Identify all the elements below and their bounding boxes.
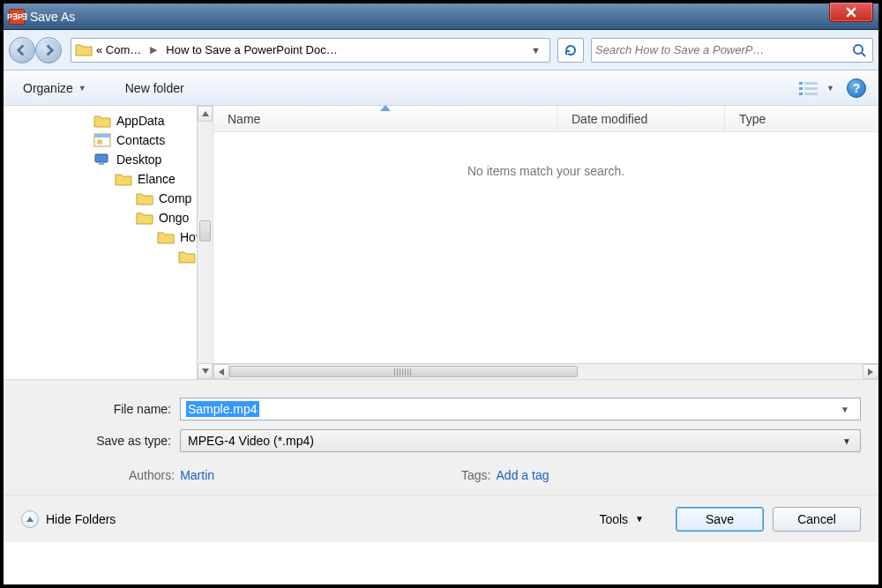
column-date[interactable]: Date modified: [557, 106, 725, 131]
folder-icon: [93, 133, 111, 147]
hide-folders-label: Hide Folders: [46, 512, 116, 526]
grip-icon: [394, 368, 412, 376]
svg-point-0: [854, 45, 863, 54]
chevron-up-icon: [202, 111, 209, 116]
chevron-down-icon: ▼: [841, 436, 853, 446]
authors-value[interactable]: Martin: [180, 468, 214, 482]
svg-point-9: [97, 139, 102, 145]
tags-value[interactable]: Add a tag: [497, 468, 549, 482]
address-bar[interactable]: « Com… ▶ How to Save a PowerPoint Doc… ▼: [71, 38, 550, 63]
toolbar: Organize ▼ New folder ▼ ?: [4, 71, 878, 106]
tree-item[interactable]: Comp: [4, 189, 213, 208]
svg-rect-4: [804, 87, 818, 90]
svg-rect-8: [94, 134, 110, 138]
column-name[interactable]: Name: [213, 106, 557, 131]
breadcrumb-segment[interactable]: « Com…: [93, 39, 145, 62]
tree-scrollbar[interactable]: [197, 106, 213, 379]
search-box[interactable]: [591, 38, 873, 63]
organize-button[interactable]: Organize ▼: [16, 78, 93, 99]
save-button[interactable]: Save: [676, 507, 764, 532]
filename-value: Sample.mp4: [186, 401, 259, 417]
save-as-dialog: P∃ Save As « Com… ▶ How to Save a PowerP…: [0, 0, 882, 588]
folder-icon: [136, 191, 153, 205]
breadcrumb-segment[interactable]: How to Save a PowerPoint Doc…: [162, 39, 340, 62]
file-list-pane: Name Date modified Type No items match y…: [213, 106, 878, 379]
savetype-select[interactable]: MPEG-4 Video (*.mp4) ▼: [180, 429, 861, 452]
refresh-icon: [564, 43, 578, 57]
empty-message: No items match your search.: [213, 132, 878, 363]
savetype-label: Save as type:: [21, 434, 180, 448]
tree-item[interactable]: Hov: [4, 227, 213, 247]
titlebar[interactable]: P∃ Save As: [4, 4, 878, 30]
hide-folders-button[interactable]: Hide Folders: [21, 510, 116, 528]
chevron-down-icon: ▼: [826, 84, 834, 93]
close-icon: [846, 7, 856, 18]
view-icon: [798, 80, 819, 96]
forward-button[interactable]: [35, 37, 62, 63]
window-title: Save As: [30, 10, 75, 24]
chevron-down-icon: ▼: [78, 84, 86, 93]
svg-rect-11: [99, 163, 104, 165]
sort-indicator-icon: [380, 105, 391, 111]
arrow-right-icon: [42, 44, 55, 56]
tree-item-label: Ongo: [159, 211, 189, 225]
save-form: File name: Sample.mp4 ▼ Save as type: MP…: [4, 379, 878, 495]
new-folder-label: New folder: [125, 81, 184, 95]
tree-item-label: Desktop: [116, 153, 161, 167]
back-button[interactable]: [9, 37, 35, 63]
tree-item-label: AppData: [116, 114, 164, 128]
folder-icon: [93, 153, 111, 167]
arrow-left-icon: [16, 44, 28, 56]
scroll-thumb[interactable]: [199, 220, 211, 242]
new-folder-button[interactable]: New folder: [118, 78, 191, 99]
tree-item[interactable]: Ongo: [4, 208, 213, 227]
organize-label: Organize: [23, 81, 73, 95]
folder-icon: [136, 211, 153, 225]
powerpoint-icon: P∃: [9, 9, 25, 25]
svg-rect-5: [799, 93, 803, 95]
tree-item[interactable]: AppData: [4, 111, 213, 130]
folder-icon: [157, 230, 175, 244]
tree-item-label: Contacts: [116, 133, 165, 147]
scroll-thumb[interactable]: [229, 366, 578, 377]
help-button[interactable]: ?: [847, 78, 866, 98]
scroll-up-button[interactable]: [198, 106, 213, 122]
scroll-down-button[interactable]: [198, 363, 213, 379]
svg-rect-6: [804, 93, 818, 95]
view-mode-button[interactable]: ▼: [798, 80, 834, 96]
address-dropdown[interactable]: ▼: [526, 45, 546, 56]
tools-button[interactable]: Tools ▼: [599, 512, 644, 526]
scroll-left-button[interactable]: [213, 364, 229, 379]
column-label: Name: [228, 112, 260, 126]
column-headers: Name Date modified Type: [213, 106, 878, 132]
chevron-right-icon: [868, 368, 873, 376]
cancel-button[interactable]: Cancel: [773, 507, 861, 532]
tree-item[interactable]: Contacts: [4, 130, 213, 150]
horizontal-scrollbar[interactable]: [213, 363, 878, 379]
nav-bar: « Com… ▶ How to Save a PowerPoint Doc… ▼: [4, 30, 878, 71]
tree-item-label: Comp: [159, 191, 191, 205]
chevron-down-icon[interactable]: ▼: [835, 405, 855, 414]
folder-icon: [115, 172, 132, 186]
content-area: AppDataContactsDesktopElanceCompOngoHovC…: [4, 106, 878, 379]
tree-item[interactable]: C: [4, 247, 213, 266]
column-type[interactable]: Type: [725, 106, 878, 131]
collapse-icon: [21, 510, 39, 528]
chevron-right-icon[interactable]: ▶: [145, 44, 162, 56]
chevron-down-icon: ▼: [635, 514, 644, 524]
column-label: Type: [739, 112, 766, 126]
folder-tree[interactable]: AppDataContactsDesktopElanceCompOngoHovC: [4, 106, 213, 379]
tree-item[interactable]: Desktop: [4, 150, 213, 169]
filename-input[interactable]: Sample.mp4 ▼: [180, 398, 861, 421]
filename-label: File name:: [21, 402, 180, 416]
scroll-right-button[interactable]: [863, 364, 878, 379]
search-icon[interactable]: [849, 43, 869, 57]
close-button[interactable]: [829, 3, 873, 22]
savetype-value: MPEG-4 Video (*.mp4): [188, 434, 314, 448]
search-input[interactable]: [595, 43, 849, 56]
column-label: Date modified: [572, 112, 647, 126]
refresh-button[interactable]: [557, 38, 584, 63]
tree-item[interactable]: Elance: [4, 169, 213, 189]
chevron-left-icon: [219, 368, 224, 376]
cancel-label: Cancel: [797, 512, 836, 526]
